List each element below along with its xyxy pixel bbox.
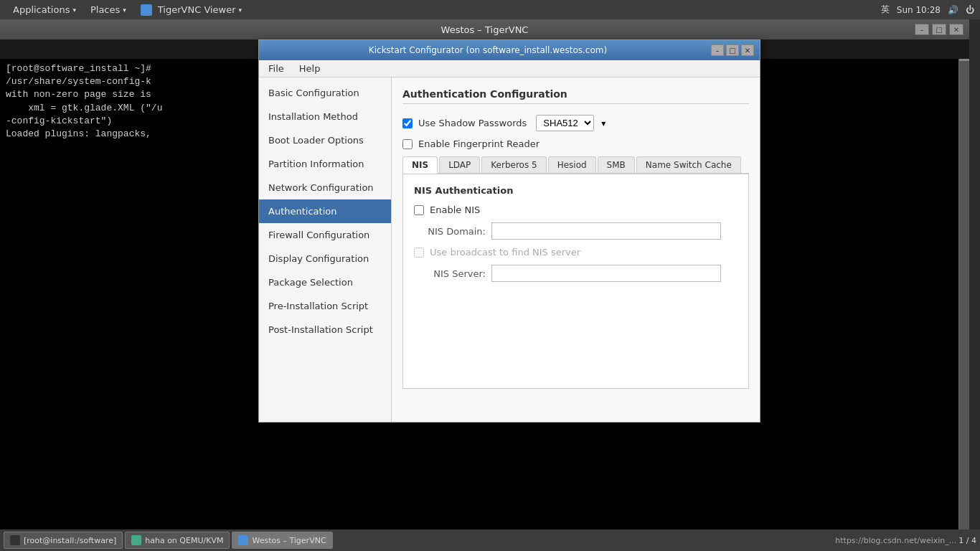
tab-kerberos[interactable]: Kerberos 5 [481, 156, 546, 173]
ks-sidebar: Basic Configuration Installation Method … [259, 77, 392, 422]
sidebar-item-install-method[interactable]: Installation Method [259, 105, 391, 128]
sidebar-item-pre-install[interactable]: Pre-Installation Script [259, 294, 391, 318]
vnc-minimize-btn[interactable]: – [915, 24, 929, 35]
vnc-window-title: Westos – TigerVNC [441, 24, 529, 35]
volume-icon[interactable]: 🔊 [948, 5, 958, 15]
file-menu[interactable]: File [263, 62, 290, 75]
content-title: Authentication Configuration [402, 88, 749, 104]
shadow-passwords-label[interactable]: Use Shadow Passwords [418, 118, 527, 128]
ks-dialog-title: Kickstart Configurator (on software_inst… [265, 45, 711, 55]
vnc-viewer-menu[interactable]: TigerVNC Viewer ▾ [133, 3, 249, 17]
enable-nis-row: Enable NIS [414, 204, 738, 215]
vnc-arrow: ▾ [239, 6, 242, 14]
nis-server-label: NIS Server: [414, 268, 486, 279]
ks-menubar: File Help [259, 60, 760, 77]
taskbar-page: 1 / 4 [958, 536, 976, 545]
nis-server-row: NIS Server: [414, 265, 738, 282]
taskbar-terminal-label: [root@install:/software] [24, 536, 116, 545]
fingerprint-row: Enable Fingerprint Reader [402, 138, 749, 149]
places-label: Places [90, 4, 120, 15]
vnc-titlebar: Westos – TigerVNC – □ ✕ [0, 19, 969, 39]
sidebar-item-post-install[interactable]: Post-Installation Script [259, 318, 391, 342]
ks-minimize-btn[interactable]: – [711, 44, 724, 56]
ks-close-btn[interactable]: ✕ [741, 44, 754, 56]
ks-win-controls: – □ ✕ [711, 44, 754, 56]
sidebar-item-display-config[interactable]: Display Configuration [259, 247, 391, 270]
vm-taskbar-icon [131, 535, 141, 545]
clock: Sun 10:28 [897, 5, 941, 15]
shadow-passwords-row: Use Shadow Passwords SHA512 SHA256 MD5 ▾ [402, 115, 749, 131]
vnc-icon [141, 4, 152, 16]
sidebar-item-partition-info[interactable]: Partition Information [259, 152, 391, 176]
places-menu[interactable]: Places ▾ [83, 3, 133, 17]
nis-section-title: NIS Authentication [414, 185, 738, 196]
taskbar-item-vnc[interactable]: Westos – TigerVNC [232, 532, 332, 549]
kickstart-dialog: Kickstart Configurator (on software_inst… [258, 39, 760, 423]
taskbar-item-terminal[interactable]: [root@install:/software] [4, 532, 123, 549]
sidebar-item-boot-loader[interactable]: Boot Loader Options [259, 128, 391, 152]
auth-tabs: NIS LDAP Kerberos 5 Hesiod SMB Name Swit… [402, 156, 749, 174]
tab-ldap[interactable]: LDAP [439, 156, 480, 173]
top-taskbar: Applications ▾ Places ▾ TigerVNC Viewer … [0, 0, 980, 19]
taskbar-right: 英 Sun 10:28 🔊 ⏻ [881, 4, 974, 16]
sidebar-item-firewall-config[interactable]: Firewall Configuration [259, 223, 391, 247]
enable-nis-checkbox[interactable] [414, 205, 424, 215]
nis-server-input[interactable] [491, 265, 721, 282]
applications-label: Applications [13, 4, 70, 15]
tab-nis[interactable]: NIS [402, 156, 438, 174]
taskbar-vm-label: haha on QEMU/KVM [145, 536, 223, 545]
taskbar-left: Applications ▾ Places ▾ TigerVNC Viewer … [6, 3, 881, 17]
ks-body: Basic Configuration Installation Method … [259, 77, 760, 422]
vnc-win-controls: – □ ✕ [915, 24, 963, 35]
sha-dropdown-arrow: ▾ [601, 118, 606, 128]
enable-nis-label[interactable]: Enable NIS [430, 204, 480, 215]
nis-domain-label: NIS Domain: [414, 226, 486, 237]
fingerprint-checkbox[interactable] [402, 139, 413, 149]
use-broadcast-checkbox[interactable] [414, 248, 424, 258]
vnc-taskbar-icon [238, 535, 248, 545]
bottom-taskbar: [root@install:/software] haha on QEMU/KV… [0, 529, 980, 551]
taskbar-item-vm[interactable]: haha on QEMU/KVM [125, 532, 230, 549]
use-broadcast-label: Use broadcast to find NIS server [430, 247, 580, 258]
vnc-viewer-label: TigerVNC Viewer [158, 4, 236, 15]
vnc-close-btn[interactable]: ✕ [949, 24, 963, 35]
tab-nsc[interactable]: Name Switch Cache [636, 156, 741, 173]
places-arrow: ▾ [123, 6, 126, 14]
nis-domain-input[interactable] [491, 222, 721, 240]
sidebar-item-network-config[interactable]: Network Configuration [259, 176, 391, 199]
taskbar-url: https://blog.csdn.net/weixin_... [835, 536, 956, 545]
nis-tab-content: NIS Authentication Enable NIS NIS Domain… [402, 174, 749, 389]
tab-smb[interactable]: SMB [598, 156, 635, 173]
scrollbar-track-top [959, 59, 969, 61]
power-icon[interactable]: ⏻ [966, 5, 974, 15]
sidebar-item-package-select[interactable]: Package Selection [259, 270, 391, 294]
sidebar-item-basic-config[interactable]: Basic Configuration [259, 81, 391, 105]
nis-domain-row: NIS Domain: [414, 222, 738, 240]
ks-maximize-btn[interactable]: □ [726, 44, 739, 56]
applications-arrow: ▾ [72, 6, 76, 14]
sha-algorithm-select[interactable]: SHA512 SHA256 MD5 [536, 115, 594, 131]
help-menu[interactable]: Help [293, 62, 326, 75]
language-indicator[interactable]: 英 [881, 4, 890, 16]
fingerprint-label[interactable]: Enable Fingerprint Reader [418, 138, 540, 149]
scrollbar[interactable] [958, 59, 969, 529]
shadow-passwords-checkbox[interactable] [402, 118, 413, 128]
applications-menu[interactable]: Applications ▾ [6, 3, 83, 17]
sidebar-item-authentication[interactable]: Authentication [259, 199, 391, 223]
vnc-maximize-btn[interactable]: □ [932, 24, 946, 35]
tab-hesiod[interactable]: Hesiod [548, 156, 596, 173]
terminal-taskbar-icon [10, 535, 20, 545]
taskbar-vnc-label: Westos – TigerVNC [252, 536, 326, 545]
use-broadcast-row: Use broadcast to find NIS server [414, 247, 738, 258]
ks-titlebar: Kickstart Configurator (on software_inst… [259, 40, 760, 60]
ks-content: Authentication Configuration Use Shadow … [392, 77, 760, 422]
